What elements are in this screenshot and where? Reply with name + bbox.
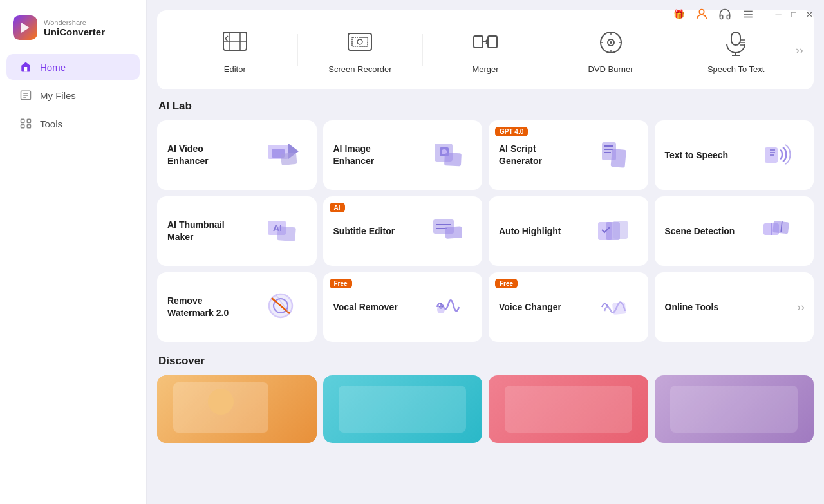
ai-script-generator-label: AI ScriptGenerator bbox=[499, 143, 542, 167]
svg-rect-37 bbox=[444, 153, 462, 166]
svg-rect-17 bbox=[352, 37, 368, 46]
svg-rect-24 bbox=[731, 32, 740, 45]
online-tools-arrow: ›› bbox=[797, 301, 805, 314]
vocal-remover-img bbox=[426, 284, 472, 330]
free-badge-voice: Free bbox=[495, 279, 518, 288]
main-content: Editor Screen Recorder bbox=[147, 0, 824, 504]
sidebar-home-label: Home bbox=[40, 62, 66, 73]
tool-dvd-burner[interactable]: DVD Burner bbox=[548, 21, 673, 79]
auto-highlight-label: Auto Highlight bbox=[499, 225, 561, 238]
ai-image-enhancer-label: AI ImageEnhancer bbox=[333, 143, 375, 167]
discover-card-1[interactable] bbox=[157, 375, 317, 443]
discover-grid bbox=[157, 375, 814, 443]
sidebar-myfiles-label: My Files bbox=[40, 90, 76, 101]
discover-card-3[interactable] bbox=[489, 375, 648, 443]
tool-screen-recorder[interactable]: Screen Recorder bbox=[298, 21, 423, 79]
subtitle-editor-label: Subtitle Editor bbox=[333, 225, 395, 238]
screen-recorder-label: Screen Recorder bbox=[328, 64, 391, 74]
headset-icon[interactable] bbox=[716, 5, 734, 23]
dvd-burner-label: DVD Burner bbox=[588, 64, 633, 74]
screen-recorder-icon bbox=[343, 26, 377, 59]
ai-card-subtitle-editor[interactable]: AI Subtitle Editor bbox=[323, 196, 483, 266]
remove-watermark-label: RemoveWatermark 2.0 bbox=[167, 295, 229, 319]
merger-icon bbox=[469, 26, 502, 59]
editor-icon bbox=[218, 26, 252, 59]
ai-card-image-enhancer[interactable]: AI ImageEnhancer bbox=[323, 120, 483, 190]
svg-point-23 bbox=[610, 41, 612, 44]
subtitle-editor-img bbox=[426, 208, 472, 254]
ai-card-thumbnail-maker[interactable]: AI ThumbnailMaker AI bbox=[157, 196, 317, 266]
svg-rect-20 bbox=[488, 36, 497, 48]
titlebar: 🎁 ─ □ ✕ bbox=[659, 0, 824, 28]
ai-card-video-enhancer[interactable]: AI VideoEnhancer bbox=[157, 120, 317, 190]
sidebar-item-home[interactable]: Home bbox=[6, 54, 140, 80]
tool-speech-to-text[interactable]: Speech To Text bbox=[673, 21, 798, 79]
svg-rect-11 bbox=[27, 125, 30, 128]
tool-editor[interactable]: Editor bbox=[173, 21, 297, 79]
ai-badge: AI bbox=[330, 203, 345, 212]
ai-thumbnail-maker-img: AI bbox=[260, 208, 306, 254]
speech-to-text-label: Speech To Text bbox=[707, 64, 764, 74]
ai-card-auto-highlight[interactable]: Auto Highlight bbox=[489, 196, 648, 266]
ai-script-generator-img bbox=[592, 132, 638, 178]
voice-changer-label: Voice Changer bbox=[499, 301, 561, 313]
minimize-button[interactable]: ─ bbox=[774, 10, 783, 19]
vocal-remover-label: Vocal Remover bbox=[333, 301, 398, 313]
menu-icon[interactable] bbox=[739, 5, 757, 23]
ai-card-script-generator[interactable]: GPT 4.0 AI ScriptGenerator bbox=[489, 120, 648, 190]
gpt-badge: GPT 4.0 bbox=[495, 127, 528, 136]
online-tools-label: Online Tools bbox=[665, 301, 719, 313]
discover-card-2[interactable] bbox=[323, 375, 483, 443]
svg-rect-49 bbox=[277, 226, 296, 241]
ai-video-enhancer-img bbox=[260, 132, 306, 178]
auto-highlight-img bbox=[592, 208, 638, 254]
svg-rect-19 bbox=[474, 36, 483, 48]
voice-changer-img bbox=[592, 284, 638, 330]
merger-label: Merger bbox=[472, 64, 498, 74]
svg-point-0 bbox=[699, 10, 704, 14]
ai-thumbnail-maker-label: AI ThumbnailMaker bbox=[167, 219, 225, 243]
svg-rect-10 bbox=[21, 125, 24, 128]
svg-point-18 bbox=[357, 39, 362, 44]
svg-rect-64 bbox=[612, 302, 626, 315]
ai-card-text-to-speech[interactable]: Text to Speech bbox=[655, 120, 814, 190]
dvd-burner-icon bbox=[594, 26, 628, 59]
text-to-speech-label: Text to Speech bbox=[665, 149, 729, 162]
tools-more-arrow[interactable]: ›› bbox=[796, 43, 803, 57]
home-icon bbox=[19, 61, 32, 73]
sidebar: Wondershare UniConverter Home My Files T… bbox=[0, 0, 147, 504]
myfiles-icon bbox=[19, 89, 32, 102]
ai-lab-grid: AI VideoEnhancer AI ImageEnhancer bbox=[157, 120, 814, 342]
scene-detection-img bbox=[757, 208, 803, 254]
gift-icon[interactable]: 🎁 bbox=[670, 5, 688, 23]
free-badge-vocal: Free bbox=[330, 279, 352, 288]
ai-card-scene-detection[interactable]: Scene Detection bbox=[655, 196, 814, 266]
ai-card-vocal-remover[interactable]: Free Vocal Remover bbox=[323, 272, 483, 342]
ai-lab-title: AI Lab bbox=[157, 100, 814, 113]
text-to-speech-img bbox=[757, 132, 803, 178]
ai-video-enhancer-label: AI VideoEnhancer bbox=[167, 143, 209, 167]
discover-card-4[interactable] bbox=[655, 375, 814, 443]
scene-detection-label: Scene Detection bbox=[665, 225, 735, 238]
svg-rect-8 bbox=[21, 119, 24, 122]
ai-card-voice-changer[interactable]: Free Voice Changer bbox=[489, 272, 648, 342]
maximize-button[interactable]: □ bbox=[789, 10, 798, 19]
svg-rect-9 bbox=[27, 119, 30, 122]
svg-rect-53 bbox=[445, 226, 462, 239]
editor-label: Editor bbox=[224, 64, 246, 74]
sidebar-item-tools[interactable]: Tools bbox=[6, 111, 140, 136]
user-icon[interactable] bbox=[693, 5, 711, 23]
ai-card-remove-watermark[interactable]: RemoveWatermark 2.0 bbox=[157, 272, 317, 342]
ai-image-enhancer-img bbox=[426, 132, 472, 178]
tool-merger[interactable]: Merger bbox=[423, 21, 548, 79]
close-button[interactable]: ✕ bbox=[805, 10, 814, 19]
speech-to-text-icon bbox=[719, 26, 753, 59]
svg-rect-56 bbox=[613, 221, 628, 239]
app-logo bbox=[13, 15, 37, 40]
remove-watermark-img bbox=[260, 284, 306, 330]
svg-rect-33 bbox=[281, 153, 297, 165]
logo: Wondershare UniConverter bbox=[0, 10, 146, 53]
sidebar-item-myfiles[interactable]: My Files bbox=[6, 82, 140, 108]
svg-rect-42 bbox=[610, 149, 626, 168]
ai-card-online-tools[interactable]: Online Tools ›› bbox=[655, 272, 814, 342]
